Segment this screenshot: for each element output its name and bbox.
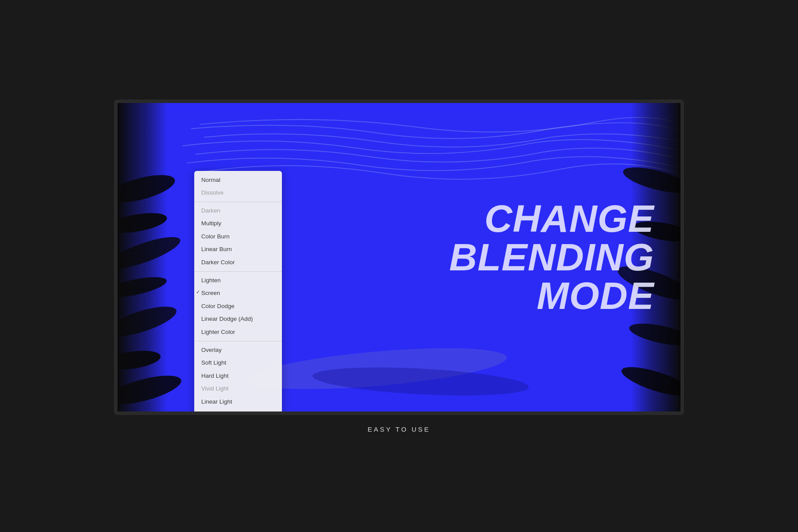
heading-line1: CHANGE [449, 199, 654, 238]
menu-item-dissolve[interactable]: Dissolve [194, 186, 282, 199]
menu-item-soft-light[interactable]: Soft Light [194, 356, 282, 369]
heading-line2: BLENDING [449, 238, 654, 277]
menu-item-vivid-light[interactable]: Vivid Light [194, 382, 282, 395]
menu-item-overlay[interactable]: Overlay [194, 344, 282, 357]
menu-divider-1 [194, 271, 282, 272]
screen-container: CHANGE BLENDING MODE NormalDissolveDarke… [114, 99, 684, 415]
blending-mode-dropdown[interactable]: NormalDissolveDarkenMultiplyColor BurnLi… [194, 171, 282, 411]
menu-item-screen[interactable]: Screen [194, 287, 282, 300]
menu-item-color-burn[interactable]: Color Burn [194, 230, 282, 243]
menu-item-linear-burn[interactable]: Linear Burn [194, 243, 282, 256]
menu-item-lighter-color[interactable]: Lighter Color [194, 326, 282, 339]
blue-background: CHANGE BLENDING MODE NormalDissolveDarke… [118, 103, 680, 411]
menu-item-pin-light[interactable]: Pin Light [194, 408, 282, 411]
menu-item-darken[interactable]: Darken [194, 204, 282, 217]
menu-item-darker-color[interactable]: Darker Color [194, 256, 282, 269]
bottom-label: EASY TO USE [367, 426, 430, 433]
menu-item-hard-light[interactable]: Hard Light [194, 369, 282, 383]
menu-divider-0 [194, 202, 282, 202]
menu-divider-2 [194, 341, 282, 341]
menu-item-linear-light[interactable]: Linear Light [194, 395, 282, 408]
menu-item-multiply[interactable]: Multiply [194, 217, 282, 230]
heading-text: CHANGE BLENDING MODE [449, 199, 654, 315]
menu-item-color-dodge[interactable]: Color Dodge [194, 300, 282, 313]
svg-rect-7 [118, 103, 167, 411]
menu-item-lighten[interactable]: Lighten [194, 274, 282, 287]
menu-item-linear-dodge--add-[interactable]: Linear Dodge (Add) [194, 312, 282, 326]
menu-item-normal[interactable]: Normal [194, 174, 282, 187]
heading-line3: MODE [449, 277, 654, 315]
